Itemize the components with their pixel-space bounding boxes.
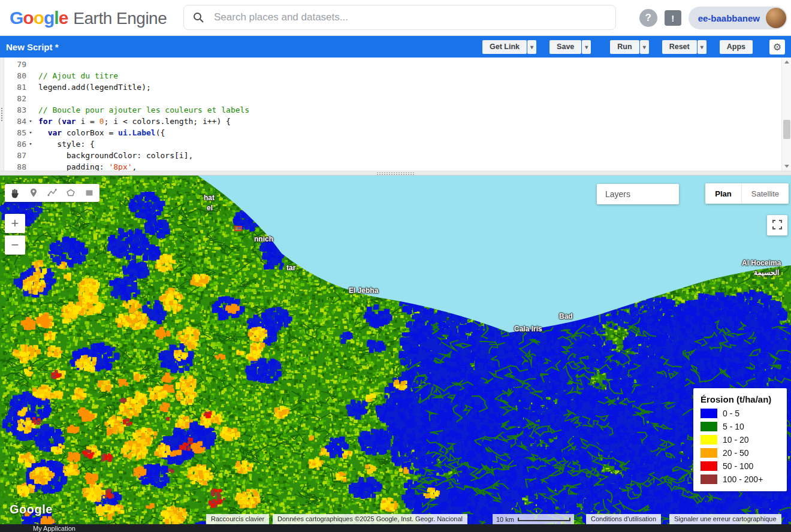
legend-items: 0 - 55 - 1010 - 2020 - 5050 - 100100 - 2… bbox=[701, 409, 780, 484]
line-number: 87 bbox=[5, 150, 26, 161]
code-text: for (var i = 0; i < colors.length; i++) … bbox=[35, 116, 231, 127]
legend-label: 100 - 200+ bbox=[723, 474, 763, 484]
map-canvas[interactable] bbox=[0, 176, 791, 532]
fold-gutter bbox=[26, 161, 35, 171]
fullscreen-button[interactable] bbox=[767, 215, 787, 235]
legend-color-swatch bbox=[701, 422, 717, 431]
code-text bbox=[35, 93, 38, 104]
terms-link[interactable]: Conditions d'utilisation bbox=[586, 514, 661, 524]
scrollbar-thumb[interactable] bbox=[783, 120, 790, 139]
scale-bar bbox=[518, 518, 570, 521]
reset-button[interactable]: Reset bbox=[662, 40, 697, 54]
line-number: 86 bbox=[5, 138, 26, 150]
scroll-up-button[interactable] bbox=[782, 58, 791, 66]
fold-arrow-icon[interactable]: ▾ bbox=[26, 127, 35, 138]
code-text: // Ajout du titre bbox=[35, 70, 118, 81]
legend-title: Érosion (t/ha/an) bbox=[701, 394, 780, 404]
keyboard-shortcuts-link[interactable]: Raccourcis clavier bbox=[206, 514, 269, 524]
save-dropdown[interactable]: ▾ bbox=[582, 40, 591, 54]
legend-label: 5 - 10 bbox=[723, 422, 744, 431]
save-button[interactable]: Save bbox=[550, 40, 581, 54]
point-marker-tool[interactable] bbox=[27, 186, 40, 200]
reset-dropdown[interactable]: ▾ bbox=[698, 40, 707, 54]
polyline-tool[interactable] bbox=[46, 186, 59, 200]
editor-map-splitter[interactable] bbox=[0, 171, 791, 176]
editor-scrollbar[interactable] bbox=[781, 58, 791, 171]
erosion-legend: Érosion (t/ha/an) 0 - 55 - 1010 - 2020 -… bbox=[693, 388, 787, 491]
legend-color-swatch bbox=[701, 461, 717, 471]
legend-row: 0 - 5 bbox=[701, 409, 780, 418]
code-text: // Boucle pour ajouter les couleurs et l… bbox=[35, 104, 249, 116]
scale-label: 10 km bbox=[496, 516, 514, 523]
legend-color-swatch bbox=[701, 448, 717, 458]
fold-gutter bbox=[26, 70, 35, 81]
apps-button[interactable]: Apps bbox=[720, 40, 753, 54]
layers-button[interactable]: Layers bbox=[597, 184, 679, 204]
search-bar[interactable] bbox=[183, 5, 616, 30]
map-type-switcher: Plan Satellite bbox=[705, 183, 789, 204]
code-line[interactable]: 80// Ajout du titre bbox=[5, 70, 781, 81]
chevron-down-icon: ▾ bbox=[643, 44, 646, 50]
map-container[interactable]: hatelnnichtarEl JebhaBadCala IrisAl Hoce… bbox=[0, 176, 791, 532]
town-marker bbox=[234, 226, 242, 231]
line-number: 80 bbox=[5, 70, 26, 81]
fold-gutter bbox=[26, 93, 35, 104]
report-map-error-link[interactable]: Signaler une erreur cartographique bbox=[669, 514, 781, 524]
fold-arrow-icon[interactable]: ▾ bbox=[26, 116, 35, 127]
code-line[interactable]: 85▾ var colorBox = ui.Label({ bbox=[5, 127, 781, 138]
code-line[interactable]: 84▾for (var i = 0; i < colors.length; i+… bbox=[5, 116, 781, 127]
legend-label: 10 - 20 bbox=[723, 435, 749, 445]
code-line[interactable]: 79 bbox=[5, 59, 781, 70]
map-type-satellite-button[interactable]: Satellite bbox=[741, 183, 789, 204]
run-dropdown[interactable]: ▾ bbox=[640, 40, 649, 54]
reset-group: Reset ▾ bbox=[662, 40, 707, 54]
fold-gutter bbox=[26, 81, 35, 93]
help-button[interactable]: ? bbox=[639, 9, 657, 27]
scroll-down-button[interactable] bbox=[782, 162, 791, 171]
settings-button[interactable]: ⚙ bbox=[769, 40, 785, 55]
polygon-tool[interactable] bbox=[64, 186, 77, 200]
get-link-group: Get Link ▾ bbox=[482, 40, 536, 54]
google-logo: Google bbox=[10, 8, 68, 28]
line-number: 88 bbox=[5, 161, 26, 171]
legend-color-swatch bbox=[701, 474, 717, 484]
logo-area: Google Earth Engine bbox=[10, 8, 167, 28]
user-chip[interactable]: ee-baabbanew bbox=[689, 7, 787, 29]
get-link-button[interactable]: Get Link bbox=[482, 40, 527, 54]
rectangle-tool[interactable] bbox=[83, 186, 96, 200]
legend-row: 10 - 20 bbox=[701, 435, 780, 445]
code-line[interactable]: 82 bbox=[5, 93, 781, 104]
get-link-dropdown[interactable]: ▾ bbox=[527, 40, 536, 54]
code-line[interactable]: 81legend.add(legendTitle); bbox=[5, 81, 781, 93]
code-line[interactable]: 87 backgroundColor: colors[i], bbox=[5, 150, 781, 161]
chevron-down-icon: ▾ bbox=[530, 44, 533, 50]
line-number: 82 bbox=[5, 93, 26, 104]
code-lines[interactable]: 7980// Ajout du titre81legend.add(legend… bbox=[5, 59, 781, 171]
code-text: style: { bbox=[35, 138, 95, 150]
pan-hand-tool[interactable] bbox=[8, 186, 22, 200]
fold-gutter bbox=[26, 104, 35, 116]
code-line[interactable]: 83// Boucle pour ajouter les couleurs et… bbox=[5, 104, 781, 116]
search-icon bbox=[192, 11, 204, 23]
code-line[interactable]: 86▾ style: { bbox=[5, 138, 781, 150]
username: ee-baabbanew bbox=[698, 13, 760, 23]
zoom-out-button[interactable]: − bbox=[5, 235, 25, 255]
zoom-in-button[interactable]: + bbox=[5, 214, 25, 233]
code-text: var colorBox = ui.Label({ bbox=[35, 127, 165, 138]
fullscreen-icon bbox=[772, 220, 782, 231]
script-toolbar: New Script * Get Link ▾ Save ▾ Run ▾ Res… bbox=[0, 36, 791, 58]
zoom-control: + − bbox=[5, 214, 25, 255]
run-button[interactable]: Run bbox=[610, 40, 639, 54]
legend-row: 50 - 100 bbox=[701, 461, 780, 471]
map-type-plan-button[interactable]: Plan bbox=[705, 183, 741, 204]
code-text: padding: '8px', bbox=[35, 161, 137, 171]
plus-icon: + bbox=[11, 216, 19, 231]
code-line[interactable]: 88 padding: '8px', bbox=[5, 161, 781, 171]
search-input[interactable] bbox=[214, 11, 607, 23]
splitter-grip-dots bbox=[1, 107, 4, 122]
arrow-down-icon bbox=[784, 165, 789, 170]
code-editor[interactable]: 7980// Ajout du titre81legend.add(legend… bbox=[0, 58, 791, 171]
feedback-button[interactable]: ! bbox=[665, 10, 681, 26]
left-panel-splitter[interactable] bbox=[0, 58, 4, 171]
fold-arrow-icon[interactable]: ▾ bbox=[26, 138, 35, 150]
